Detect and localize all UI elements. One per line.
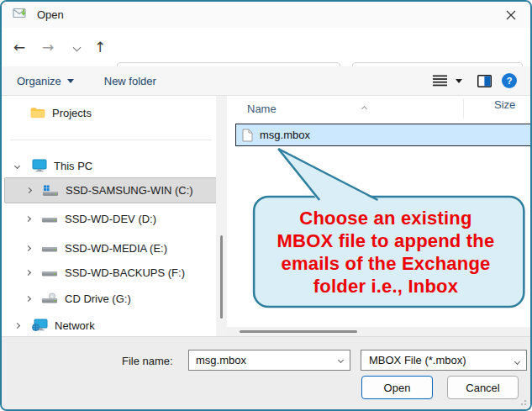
file-name-label: File name: — [122, 355, 173, 367]
close-icon — [506, 10, 516, 20]
column-header-size[interactable]: Size — [463, 98, 515, 119]
tree-item-label: This PC — [54, 160, 92, 172]
sidebar-scrollbar-thumb[interactable] — [220, 235, 223, 319]
callout-line: MBOX file to append the — [277, 229, 495, 252]
folder-icon — [30, 107, 45, 119]
cd-drive-icon — [41, 292, 58, 305]
sidebar-scrollbar-track[interactable] — [216, 96, 227, 336]
windows-drive-icon — [42, 185, 59, 197]
new-folder-label: New folder — [104, 75, 156, 87]
column-header-size-label: Size — [494, 98, 515, 111]
callout-line: folder i.e., Inbox — [313, 275, 458, 298]
open-dialog-window: Open ← → ↑ « Mbox msg — [0, 0, 532, 411]
tree-item-label: SSD-WD-MEDIA (E:) — [65, 242, 167, 255]
drive-icon — [41, 266, 58, 278]
this-pc-icon — [32, 159, 47, 172]
preview-pane-icon[interactable] — [477, 75, 492, 87]
help-icon[interactable]: ? — [502, 73, 517, 88]
sidebar-divider — [10, 140, 212, 140]
tree-item-cd-drive-g[interactable]: CD Drive (G:) — [2, 287, 214, 309]
cancel-button[interactable]: Cancel — [447, 376, 519, 399]
up-button[interactable]: ↑ — [89, 28, 111, 66]
sort-ascending-icon[interactable] — [362, 99, 366, 114]
file-name-combo[interactable] — [188, 350, 350, 371]
tree-item-label: SSD-WD-DEV (D:) — [65, 213, 156, 225]
resize-grip[interactable] — [518, 397, 526, 405]
file-name: msg.mbox — [260, 129, 310, 141]
view-mode-dropdown-icon[interactable] — [456, 79, 462, 83]
file-list-scrollbar-track[interactable] — [227, 327, 530, 336]
callout-line: emails of the Exchange — [282, 252, 491, 275]
mail-import-icon — [13, 7, 29, 24]
organize-label: Organize — [17, 75, 61, 87]
tree-item-ssd-wd-backups-f[interactable]: SSD-WD-BACKUPS (F:) — [2, 261, 214, 283]
organize-dropdown-icon — [67, 79, 74, 83]
tree-item-ssd-wd-dev-d[interactable]: SSD-WD-DEV (D:) — [2, 208, 214, 229]
tree-item-this-pc[interactable]: This PC — [2, 155, 214, 177]
view-mode-icon[interactable] — [433, 75, 447, 87]
command-bar: Organize New folder ? — [2, 66, 530, 96]
tree-item-ssd-samsung-win-c[interactable]: SSD-SAMSUNG-WIN (C:) — [4, 177, 217, 203]
organize-button[interactable]: Organize — [17, 75, 74, 87]
file-list-pane: Name Size msg.mbox — [227, 96, 530, 336]
tree-item-label: SSD-WD-BACKUPS (F:) — [65, 266, 185, 279]
chevron-right-icon[interactable] — [23, 297, 33, 301]
chevron-down-icon[interactable] — [12, 164, 22, 168]
file-type-value: MBOX File (*.mbox) — [369, 354, 515, 366]
file-list-scrollbar-thumb[interactable] — [240, 330, 357, 333]
main-content: Projects This PC — [2, 96, 530, 336]
chevron-right-icon[interactable] — [24, 188, 34, 192]
drive-icon — [41, 242, 58, 254]
column-header-name[interactable]: Name — [247, 103, 277, 115]
tree-item-label: CD Drive (G:) — [65, 292, 131, 305]
chevron-down-icon — [515, 354, 519, 366]
title-bar: Open — [2, 2, 530, 28]
callout-annotation: Choose an existing MBOX file to append t… — [257, 202, 514, 303]
dialog-footer: File name: MBOX File (*.mbox) Open Cance… — [2, 336, 530, 409]
chevron-right-icon[interactable] — [12, 324, 22, 328]
navigation-pane: Projects This PC — [2, 96, 227, 336]
tree-item-ssd-wd-media-e[interactable]: SSD-WD-MEDIA (E:) — [2, 237, 214, 259]
chevron-down-icon[interactable] — [331, 358, 350, 362]
file-type-dropdown[interactable]: MBOX File (*.mbox) — [361, 350, 527, 371]
open-button[interactable]: Open — [361, 376, 433, 399]
chevron-right-icon[interactable] — [23, 271, 33, 275]
sidebar-item-projects[interactable]: Projects — [2, 102, 214, 124]
file-name-input[interactable] — [189, 354, 331, 366]
sidebar-item-label: Projects — [52, 107, 92, 119]
callout-line: Choose an existing — [299, 207, 471, 229]
network-icon — [32, 319, 48, 332]
chevron-right-icon[interactable] — [23, 246, 33, 250]
tree-item-label: SSD-SAMSUNG-WIN (C:) — [66, 184, 193, 197]
cancel-button-label: Cancel — [466, 382, 499, 394]
chevron-right-icon[interactable] — [23, 217, 33, 221]
drive-icon — [41, 213, 58, 224]
file-row-msg-mbox[interactable]: msg.mbox — [235, 124, 530, 146]
recent-locations-chevron[interactable] — [66, 28, 87, 66]
tree-item-network[interactable]: Network — [2, 314, 214, 336]
navigation-bar: ← → ↑ « Mbox msg — [2, 28, 530, 66]
window-title: Open — [37, 8, 64, 21]
tree-item-label: Network — [55, 319, 95, 332]
close-button[interactable] — [492, 2, 530, 28]
new-folder-button[interactable]: New folder — [104, 75, 156, 87]
back-button[interactable]: ← — [8, 28, 30, 66]
forward-button[interactable]: → — [37, 28, 59, 66]
file-icon — [242, 129, 253, 142]
open-button-label: Open — [384, 382, 411, 394]
